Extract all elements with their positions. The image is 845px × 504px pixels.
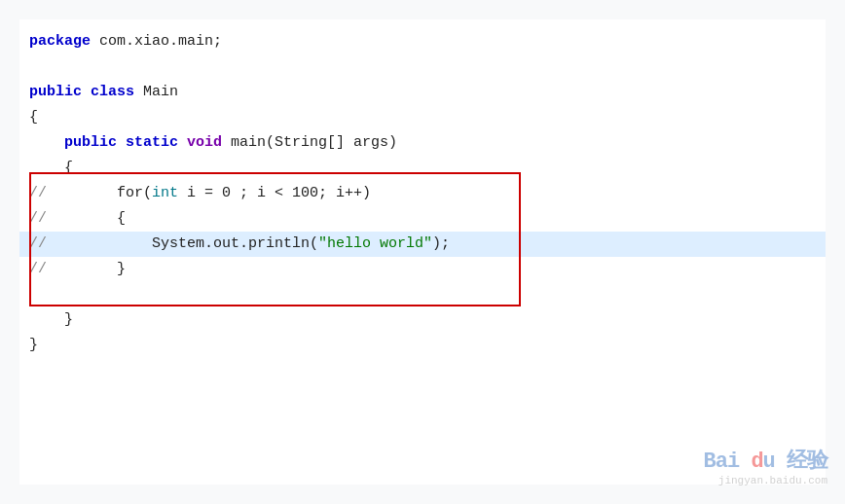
code-text: { <box>47 206 126 232</box>
keyword: class <box>91 80 143 105</box>
code-text <box>29 130 64 156</box>
code-text: { <box>29 105 38 130</box>
code-text: } <box>29 307 73 333</box>
code-line: // { <box>19 206 826 232</box>
code-line: } <box>19 333 826 358</box>
comment-prefix: // <box>29 206 47 232</box>
code-line: { <box>19 156 826 181</box>
comment-prefix: // <box>29 257 47 282</box>
code-text: Main <box>143 80 178 105</box>
code-line <box>19 54 826 80</box>
keyword: int <box>152 181 178 206</box>
string-literal: "hello world" <box>318 232 432 257</box>
keyword: public <box>29 80 91 105</box>
code-line: package com.xiao.main; <box>19 29 826 54</box>
code-text: { <box>29 156 73 181</box>
code-text: ); <box>432 232 450 257</box>
code-area: package com.xiao.main; public class Main… <box>19 19 826 485</box>
code-line <box>19 282 826 307</box>
comment-prefix: // <box>29 232 47 257</box>
code-line: { <box>19 105 826 130</box>
code-line: public static void main(String[] args) <box>19 130 826 156</box>
keyword: void <box>187 130 231 156</box>
code-text: for( <box>47 181 152 206</box>
code-editor: package com.xiao.main; public class Main… <box>0 0 845 504</box>
comment-prefix: // <box>29 181 47 206</box>
code-text: System.out.println( <box>152 232 318 257</box>
code-line: } <box>19 307 826 333</box>
code-line: public class Main <box>19 80 826 105</box>
code-line: // } <box>19 257 826 282</box>
keyword: public <box>64 130 126 156</box>
code-text <box>47 232 152 257</box>
code-text: } <box>29 333 38 358</box>
code-text: main(String[] args) <box>231 130 397 156</box>
code-line: // System.out.println("hello world"); <box>19 232 826 257</box>
code-text: i = 0 ; i < 100; i++) <box>178 181 371 206</box>
keyword: static <box>126 130 187 156</box>
keyword: package <box>29 29 99 54</box>
code-line: // for(int i = 0 ; i < 100; i++) <box>19 181 826 206</box>
code-text: } <box>47 257 126 282</box>
code-text: com.xiao.main; <box>99 29 222 54</box>
